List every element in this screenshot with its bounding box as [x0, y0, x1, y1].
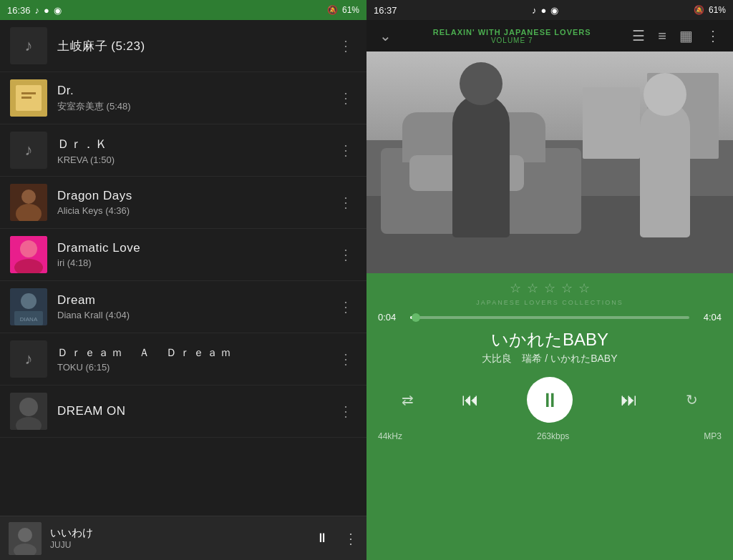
collection-label: JAPANESE LOVERS COLLECTIONS [378, 299, 722, 306]
track-title: Dragon Days [57, 189, 335, 203]
playback-controls: ⇄ ⏮ ⏸ ⏭ ↻ [378, 377, 722, 423]
mini-track-info: いいわけ JUJU [50, 526, 311, 550]
progress-bar[interactable] [410, 316, 689, 319]
mini-more-icon[interactable]: ⋮ [344, 530, 358, 547]
album-title-area: RELAXIN' WITH JAPANESE LOVERS VOLUME 7 [394, 28, 629, 44]
svg-rect-2 [21, 92, 36, 94]
track-title: DREAM ON [57, 404, 335, 418]
svg-point-5 [21, 190, 36, 204]
battery-right: 61% [709, 5, 726, 15]
shuffle-button[interactable]: ⇄ [402, 391, 414, 408]
album-art-alicia [10, 184, 47, 221]
album-art-diana: DIANA [10, 288, 47, 325]
more-icon[interactable]: ⋮ [703, 24, 723, 47]
signal-icon-left: 🔕 [327, 5, 338, 15]
track-menu-icon[interactable]: ⋮ [335, 34, 356, 58]
status-right-right: 🔕 61% [694, 5, 726, 15]
track-menu-icon[interactable]: ⋮ [335, 242, 356, 267]
mini-controls: ⏸ ⋮ [311, 527, 358, 550]
track-thumb: ♪ [10, 132, 47, 169]
next-button[interactable]: ⏭ [621, 390, 638, 410]
music-icon-right: ♪ [532, 5, 537, 16]
extra-icon-left: ◉ [54, 5, 62, 16]
track-menu-icon[interactable]: ⋮ [335, 295, 356, 319]
chevron-down-icon[interactable]: ⌄ [377, 24, 394, 47]
track-menu-icon[interactable]: ⋮ [335, 86, 356, 110]
player-top-controls: ⌄ RELAXIN' WITH JAPANESE LOVERS VOLUME 7… [366, 20, 733, 51]
list-item[interactable]: DIANA Dream Diana Krall (4:04) ⋮ [0, 281, 366, 333]
track-info: Dragon Days Alicia Keys (4:36) [57, 189, 335, 216]
time-left: 16:36 [7, 5, 31, 16]
track-artist: TOKU (6:15) [57, 362, 335, 373]
album-art-scene [366, 51, 733, 273]
track-thumb: ♪ [10, 340, 47, 378]
track-title: Dramatic Love [57, 241, 335, 255]
star-2[interactable]: ☆ [527, 280, 538, 296]
svg-point-15 [19, 398, 38, 416]
top-icon-group: ☰ ≡ ▦ ⋮ [629, 24, 723, 47]
track-artist: iri (4:18) [57, 257, 335, 268]
repeat-button[interactable]: ↻ [686, 391, 698, 408]
building-2 [583, 87, 640, 159]
mini-thumb-art [9, 522, 42, 555]
playlist-icon[interactable]: ≡ [655, 25, 669, 47]
track-artist: Alicia Keys (4:36) [57, 205, 335, 216]
svg-text:DIANA: DIANA [20, 316, 38, 323]
track-thumb [10, 393, 47, 430]
audio-info-row: 44kHz 263kbps MP3 [378, 431, 722, 441]
track-info: DREAM ON [57, 404, 335, 418]
status-time-left: 16:36 ♪ ● ◉ [7, 5, 62, 16]
track-title: 土岐麻子 (5:23) [57, 38, 335, 54]
track-list: ♪ 土岐麻子 (5:23) ⋮ Dr. 安室奈美恵 (5:48) ⋮ [0, 20, 366, 516]
track-title: Ｄｒ．Ｋ [57, 136, 335, 152]
album-name: RELAXIN' WITH JAPANESE LOVERS [394, 28, 629, 36]
status-right-left: 🔕 61% [327, 5, 359, 15]
list-item[interactable]: ♪ Ｄｒ．Ｋ KREVA (1:50) ⋮ [0, 124, 366, 177]
list-item[interactable]: Dragon Days Alicia Keys (4:36) ⋮ [0, 177, 366, 229]
track-title: Ｄｒｅａｍ Ａ Ｄｒｅａｍ [57, 346, 335, 360]
track-artist: KREVA (1:50) [57, 154, 335, 165]
list-item[interactable]: Dramatic Love iri (4:18) ⋮ [0, 229, 366, 281]
track-artist: Diana Krall (4:04) [57, 310, 335, 320]
status-bar-right: 16:37 ♪ ● ◉ 🔕 61% [366, 0, 733, 20]
song-title-area: いかれたBABY 大比良 瑞希 / いかれたBABY [378, 328, 722, 365]
track-menu-icon[interactable]: ⋮ [335, 138, 356, 162]
list-item[interactable]: ♪ Ｄｒｅａｍ Ａ Ｄｒｅａｍ TOKU (6:15) ⋮ [0, 333, 366, 385]
mini-album-art [9, 522, 42, 555]
progress-dot [412, 313, 420, 322]
album-art-iri [10, 236, 47, 273]
mini-track-title: いいわけ [50, 526, 311, 540]
track-menu-icon[interactable]: ⋮ [335, 190, 356, 215]
track-title: Dream [57, 293, 335, 308]
star-5[interactable]: ☆ [578, 280, 590, 296]
time-total: 4:04 [696, 312, 722, 323]
left-panel: 16:36 ♪ ● ◉ 🔕 61% ♪ 土岐麻子 (5:23) ⋮ [0, 0, 366, 560]
music-note-icon: ♪ [25, 36, 33, 55]
album-art-gold [10, 79, 47, 117]
audio-bitrate: 263kbps [537, 431, 569, 441]
track-menu-icon[interactable]: ⋮ [335, 399, 356, 423]
track-artist: 安室奈美恵 (5:48) [57, 100, 335, 113]
star-1[interactable]: ☆ [510, 280, 521, 296]
spotify-icon-right: ● [541, 5, 547, 16]
mini-pause-button[interactable]: ⏸ [311, 527, 334, 550]
signal-icon-right: 🔕 [694, 5, 704, 15]
album-subtitle: VOLUME 7 [394, 36, 629, 44]
queue-icon[interactable]: ☰ [629, 24, 648, 47]
equalizer-icon[interactable]: ▦ [676, 24, 696, 47]
now-playing-title: いかれたBABY [378, 328, 722, 351]
list-item[interactable]: DREAM ON ⋮ [0, 385, 366, 438]
pause-button[interactable]: ⏸ [527, 377, 573, 423]
progress-row: 0:04 4:04 [378, 312, 722, 323]
list-item[interactable]: ♪ 土岐麻子 (5:23) ⋮ [0, 20, 366, 72]
track-thumb [10, 236, 47, 273]
star-3[interactable]: ☆ [544, 280, 555, 296]
music-icon-left: ♪ [35, 5, 40, 16]
list-item[interactable]: Dr. 安室奈美恵 (5:48) ⋮ [0, 72, 366, 124]
extra-icon-right: ◉ [550, 5, 558, 16]
star-4[interactable]: ☆ [561, 280, 573, 296]
track-menu-icon[interactable]: ⋮ [335, 347, 356, 371]
track-info: Dream Diana Krall (4:04) [57, 293, 335, 320]
prev-button[interactable]: ⏮ [462, 390, 479, 410]
svg-point-8 [20, 240, 37, 257]
